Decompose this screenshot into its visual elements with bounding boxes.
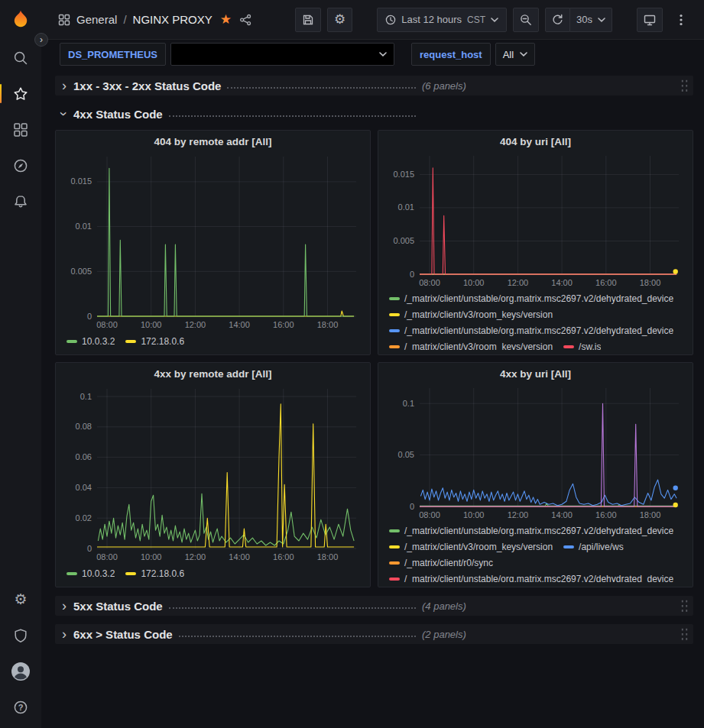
sidebar-item-dashboards[interactable] [0,112,41,147]
chevron-right-icon: › [57,598,72,613]
sidebar-item-help[interactable]: ? [0,689,41,725]
legend-item[interactable]: 10.0.3.2 [67,333,115,349]
legend-label: /_matrix/client/unstable/org.matrix.msc2… [404,574,673,582]
row-drag-handle[interactable] [680,79,689,93]
svg-text:0.01: 0.01 [398,202,414,212]
sidebar-toggle-button[interactable]: › [34,33,48,47]
svg-text:0.01: 0.01 [76,222,92,231]
shield-icon [13,628,28,643]
question-circle-icon: ? [13,700,28,715]
apps-icon [58,14,70,26]
timeseries-chart[interactable]: 00.0050.010.01508:0010:0012:0014:0016:00… [62,150,364,332]
svg-text:0: 0 [410,501,414,510]
kebab-menu-button[interactable] [669,8,693,32]
legend-item[interactable]: 10.0.3.2 [67,565,115,581]
time-range-label: Last 12 hours [401,14,462,25]
zoom-out-button[interactable] [513,8,539,32]
favorite-star-icon[interactable]: ★ [220,11,232,28]
legend-label: 172.18.0.6 [141,336,184,347]
time-range-picker[interactable]: Last 12 hours CST [377,8,507,32]
legend-label: /_matrix/client/v3/room_keys/version [404,542,553,552]
legend-label: /api/live/ws [579,542,624,552]
cycle-view-mode-button[interactable] [637,8,663,32]
timeseries-chart[interactable]: 00.050.108:0010:0012:0014:0016:0018:00 [384,382,686,522]
row-title: 5xx Status Code [73,600,163,613]
row-drag-handle[interactable] [680,599,689,613]
chevron-right-icon: › [57,78,72,93]
breadcrumb-folder[interactable]: General [76,13,117,26]
dashboard-settings-button[interactable]: ⚙ [327,8,352,32]
legend-swatch [389,545,400,548]
legend-swatch [563,545,574,548]
timeseries-chart[interactable]: 00.0050.010.01508:0010:0012:0014:0016:00… [384,150,686,290]
legend-label: 10.0.3.2 [82,336,115,347]
row-1xx-3xx-2xx-status-code[interactable]: › 1xx - 3xx - 2xx Status Code (6 panels) [55,76,693,95]
svg-text:0.1: 0.1 [80,392,92,401]
variable-label-ds-prometheus[interactable]: DS_PROMETHEUS [60,43,166,66]
legend-item[interactable]: /_matrix/client/unstable/org.matrix.msc2… [389,291,673,307]
sidebar-item-server-admin[interactable] [0,617,41,653]
page-title: NGINX PROXY [133,13,212,26]
sidebar-item-search[interactable] [0,40,41,76]
row-panel-count: (2 panels) [422,629,466,640]
panel-grid: 404 by remote addr [All] 00.0050.010.015… [55,130,693,587]
legend-item[interactable]: /api/live/ws [563,539,624,555]
panel-title[interactable]: 4xx by remote addr [All] [62,366,364,383]
sidebar-item-configuration[interactable]: ⚙ [0,581,41,617]
legend-label: /_matrix/client/unstable/org.matrix.msc2… [404,526,673,536]
panel-404-by-remote-addr: 404 by remote addr [All] 00.0050.010.015… [55,130,371,355]
svg-text:08:00: 08:00 [419,278,440,287]
panel-title[interactable]: 404 by remote addr [All] [62,134,364,150]
legend-label: /_matrix/client/unstable/org.matrix.msc2… [404,325,673,336]
legend-item[interactable]: /_matrix/client/v3/room_keys/version [389,307,553,323]
svg-text:16:00: 16:00 [273,552,294,561]
panel-title[interactable]: 4xx by uri [All] [384,366,686,382]
top-navbar: General / NGINX PROXY ★ [41,0,704,40]
row-5xx-status-code[interactable]: › 5xx Status Code (4 panels) [55,596,693,616]
grafana-logo[interactable] [0,0,41,40]
svg-text:18:00: 18:00 [317,552,339,561]
row-drag-handle[interactable] [680,627,689,642]
main-area: General / NGINX PROXY ★ [41,0,704,728]
dotted-leader [169,115,416,117]
legend-swatch [389,329,400,332]
dotted-leader [169,607,416,609]
share-icon[interactable] [239,14,251,26]
request-host-value-select[interactable]: All [495,43,535,66]
refresh-interval-picker[interactable]: 30s [570,8,612,32]
variable-label-request-host[interactable]: request_host [411,43,491,66]
sidebar-item-profile[interactable] [0,653,41,689]
svg-text:16:00: 16:00 [595,278,617,287]
legend-swatch [67,572,77,575]
legend-item[interactable]: /_matrix/client/r0/sync [389,555,493,571]
chevron-down-icon [491,18,498,22]
legend-item[interactable]: 172.18.0.6 [125,565,184,581]
legend-item[interactable]: /_matrix/client/v3/room_keys/version [389,339,553,350]
svg-text:14:00: 14:00 [229,552,250,561]
variable-value: All [503,49,514,60]
legend-item[interactable]: /_matrix/client/unstable/org.matrix.msc2… [389,571,673,582]
legend-item[interactable]: 172.18.0.6 [125,333,184,349]
save-dashboard-button[interactable] [295,8,321,32]
legend-item[interactable]: /_matrix/client/unstable/org.matrix.msc2… [389,323,673,339]
sidebar-item-explore[interactable] [0,147,41,183]
row-panel-count: (4 panels) [422,600,466,612]
legend-swatch [389,561,400,565]
timeseries-chart[interactable]: 00.020.040.060.080.108:0010:0012:0014:00… [62,383,364,564]
svg-text:0.08: 0.08 [76,422,92,431]
refresh-button-group: 30s [545,8,612,32]
panel-title[interactable]: 404 by uri [All] [384,134,686,150]
sidebar-item-alerting[interactable] [0,183,41,219]
panel-legend: /_matrix/client/unstable/org.matrix.msc2… [384,523,686,582]
legend-item[interactable]: /sw.js [563,339,601,350]
breadcrumb-separator: / [123,13,126,26]
sidebar-item-starred[interactable] [0,76,41,112]
legend-item[interactable]: /_matrix/client/v3/room_keys/version [389,539,553,555]
panel-4xx-by-uri: 4xx by uri [All] 00.050.108:0010:0012:00… [378,362,693,587]
refresh-button[interactable] [545,8,570,32]
row-4xx-status-code[interactable]: › 4xx Status Code [55,104,693,124]
legend-item[interactable]: /_matrix/client/unstable/org.matrix.msc2… [389,523,673,539]
ds-prometheus-value-select[interactable] [170,43,394,66]
sidebar: ⚙ ? [0,0,41,728]
row-6xx-status-code[interactable]: › 6xx > Status Code (2 panels) [55,624,693,644]
